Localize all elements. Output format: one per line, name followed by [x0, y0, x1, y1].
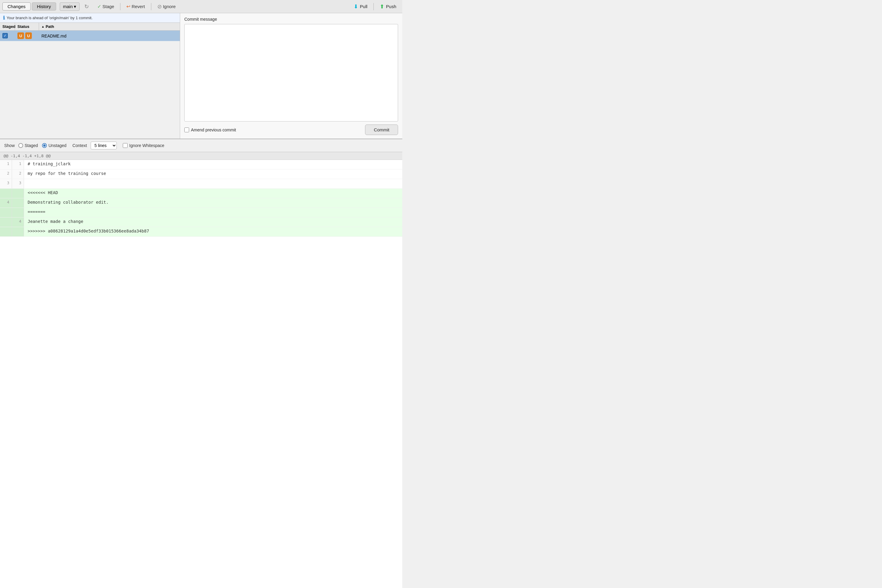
sort-arrow-icon: ▲ — [41, 25, 44, 28]
diff-row: ======= — [0, 208, 402, 218]
ignore-whitespace-label: Ignore Whitespace — [123, 143, 165, 148]
branch-name: main — [63, 4, 73, 9]
revert-label: Revert — [131, 4, 145, 9]
unstaged-radio[interactable] — [42, 143, 47, 148]
line-num-old: 2 — [0, 170, 12, 179]
branch-selector[interactable]: main ▾ — [60, 2, 80, 11]
tab-history[interactable]: History — [32, 2, 56, 10]
main-content: ℹ Your branch is ahead of 'origin/main' … — [0, 13, 402, 588]
line-num-new: 4 — [12, 218, 24, 227]
path-header: ▲ Path — [39, 23, 180, 30]
line-content: Demonstrating collaborator edit. — [24, 198, 402, 208]
chevron-down-icon: ▾ — [74, 4, 76, 9]
upper-section: ℹ Your branch is ahead of 'origin/main' … — [0, 13, 402, 139]
revert-button[interactable]: ↩ Revert — [123, 2, 148, 10]
line-num-new: 1 — [12, 160, 24, 169]
check-icon: ✓ — [97, 4, 101, 9]
staged-radio[interactable] — [18, 143, 23, 148]
separator-1 — [120, 3, 120, 10]
tab-changes[interactable]: Changes — [2, 2, 31, 10]
diff-rows-container: 11# training_jclark22my repo for the tra… — [0, 160, 402, 237]
diff-row: 22my repo for the training course — [0, 170, 402, 179]
line-num-old: 3 — [0, 179, 12, 188]
line-content: # training_jclark — [24, 160, 402, 169]
context-label: Context — [72, 143, 87, 148]
line-num-new: 2 — [12, 170, 24, 179]
filename-cell: README.md — [39, 32, 180, 40]
diff-row: >>>>>>> a08628129a1a4d0e5edf33b015366ee8… — [0, 227, 402, 237]
pull-button[interactable]: ⬇ Pull — [350, 2, 371, 11]
info-icon: ℹ — [3, 15, 5, 21]
status-cell: U U — [15, 31, 39, 41]
staged-radio-item[interactable]: Staged — [18, 143, 38, 148]
radio-group: Staged Unstaged — [18, 143, 66, 148]
ignore-whitespace-checkbox[interactable] — [123, 143, 128, 148]
info-bar: ℹ Your branch is ahead of 'origin/main' … — [0, 13, 180, 23]
push-label: Push — [386, 4, 396, 9]
line-content: Jeanette made a change — [24, 218, 402, 227]
diff-row: <<<<<<< HEAD — [0, 189, 402, 198]
amend-label: Amend previous commit — [184, 128, 236, 132]
line-num-new — [12, 189, 24, 198]
stage-label: Stage — [102, 4, 114, 9]
line-num-old — [0, 218, 12, 227]
push-button[interactable]: ⬆ Push — [376, 2, 400, 11]
refresh-icon: ↻ — [84, 3, 89, 10]
line-num-old: 4 — [0, 198, 12, 208]
commit-button[interactable]: Commit — [365, 124, 398, 135]
pull-label: Pull — [360, 4, 367, 9]
ignore-ws-text: Ignore Whitespace — [129, 143, 165, 148]
staged-cell: ✓ — [0, 31, 15, 40]
show-label: Show — [4, 143, 15, 148]
status-badge-right: U — [25, 32, 32, 39]
unstaged-radio-label: Unstaged — [48, 143, 66, 148]
stage-button[interactable]: ✓ Stage — [94, 2, 118, 10]
diff-row: 4Demonstrating collaborator edit. — [0, 198, 402, 208]
context-select[interactable]: 1 line 3 lines 5 lines 10 lines — [91, 142, 117, 149]
line-content: >>>>>>> a08628129a1a4d0e5edf33b015366ee8… — [24, 227, 402, 236]
status-badges: U U — [17, 32, 37, 39]
diff-hunk-header: @@ -1,4 -1,4 +1,8 @@ — [0, 152, 402, 160]
refresh-button[interactable]: ↻ — [81, 2, 92, 11]
amend-text: Amend previous commit — [191, 128, 236, 132]
line-content — [24, 179, 402, 188]
line-num-new — [12, 208, 24, 217]
separator-3 — [373, 3, 374, 10]
right-panel: Commit message Amend previous commit Com… — [180, 13, 402, 139]
line-content: <<<<<<< HEAD — [24, 189, 402, 198]
diff-row: 11# training_jclark — [0, 160, 402, 170]
commit-footer: Amend previous commit Commit — [184, 124, 398, 135]
staged-header: Staged — [0, 23, 15, 30]
ignore-label: Ignore — [163, 4, 176, 9]
ignore-icon: ⊘ — [157, 3, 162, 10]
line-content: ======= — [24, 208, 402, 217]
push-icon: ⬆ — [380, 3, 384, 10]
info-message: Your branch is ahead of 'origin/main' by… — [7, 16, 92, 20]
diff-row: 33 — [0, 179, 402, 189]
unstaged-radio-item[interactable]: Unstaged — [42, 143, 66, 148]
amend-checkbox[interactable] — [184, 128, 189, 132]
staged-radio-label: Staged — [25, 143, 38, 148]
lower-section: Show Staged Unstaged Context 1 line 3 li… — [0, 139, 402, 588]
ignore-button[interactable]: ⊘ Ignore — [154, 2, 180, 11]
status-badge-left: U — [17, 32, 24, 39]
staged-checkbox[interactable]: ✓ — [2, 33, 8, 38]
line-num-old — [0, 227, 12, 236]
diff-toolbar: Show Staged Unstaged Context 1 line 3 li… — [0, 139, 402, 152]
line-num-old — [0, 189, 12, 198]
table-row[interactable]: ✓ U U README.md — [0, 31, 180, 41]
files-table: Staged Status ▲ Path ✓ — [0, 23, 180, 139]
line-num-new: 3 — [12, 179, 24, 188]
files-header: Staged Status ▲ Path — [0, 23, 180, 31]
line-content: my repo for the training course — [24, 170, 402, 179]
revert-icon: ↩ — [126, 4, 130, 9]
commit-message-input[interactable] — [184, 24, 398, 122]
diff-content: @@ -1,4 -1,4 +1,8 @@ 11# training_jclark… — [0, 152, 402, 588]
line-num-new — [12, 227, 24, 236]
path-header-label: Path — [46, 24, 54, 29]
status-header: Status — [15, 23, 39, 30]
main-toolbar: Changes History main ▾ ↻ ✓ Stage ↩ Rever… — [0, 0, 402, 13]
left-panel: ℹ Your branch is ahead of 'origin/main' … — [0, 13, 180, 139]
filename: README.md — [41, 34, 66, 38]
line-num-old — [0, 208, 12, 217]
